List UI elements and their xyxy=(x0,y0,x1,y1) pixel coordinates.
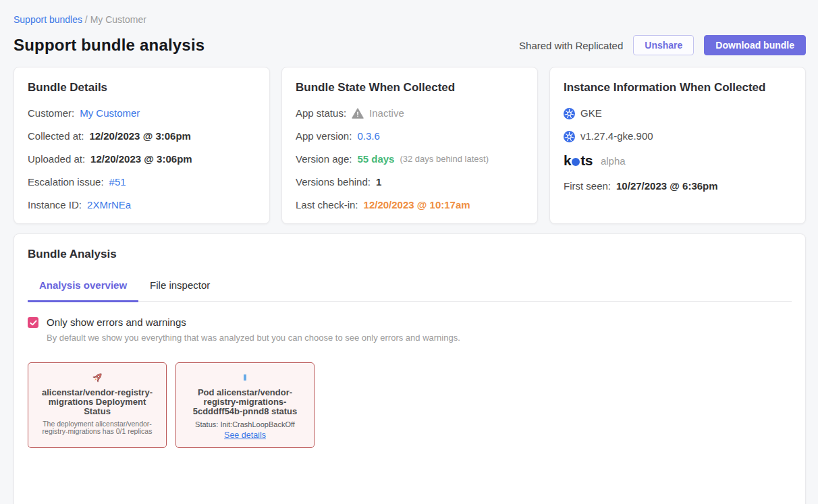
errors-filter-label[interactable]: Only show errors and warnings xyxy=(47,316,460,329)
bundle-details-title: Bundle Details xyxy=(28,81,256,94)
customer-link[interactable]: My Customer xyxy=(80,107,140,120)
last-checkin-label: Last check-in: xyxy=(296,198,358,212)
instance-id-label: Instance ID: xyxy=(28,198,82,212)
info-cards-row: Bundle Details Customer: My Customer Col… xyxy=(13,67,806,224)
uploaded-at-label: Uploaded at: xyxy=(28,152,85,166)
collected-at-label: Collected at: xyxy=(28,130,84,143)
errors-filter-row: Only show errors and warnings By default… xyxy=(28,316,792,343)
kots-version-row: kts alpha xyxy=(564,152,792,169)
deployment-result-title: alicenstar/vendor-registry-migrations De… xyxy=(37,388,157,416)
kubernetes-icon xyxy=(564,131,575,142)
bundle-details-card: Bundle Details Customer: My Customer Col… xyxy=(13,67,270,224)
support-bundle-analysis-page: Support bundles / My Customer Support bu… xyxy=(0,0,818,504)
versions-behind-value: 1 xyxy=(376,175,381,189)
instance-info-card: Instance Information When Collected GKE … xyxy=(549,67,806,224)
app-version-label: App version: xyxy=(296,130,352,143)
k8s-version-value: v1.27.4-gke.900 xyxy=(580,130,653,143)
see-details-link[interactable]: See details xyxy=(224,430,266,440)
escalation-issue-label: Escalation issue: xyxy=(28,175,104,189)
bundle-analysis-title: Bundle Analysis xyxy=(28,248,792,261)
warning-icon xyxy=(352,108,364,119)
distribution-row: GKE xyxy=(564,107,792,120)
app-version-link[interactable]: 0.3.6 xyxy=(357,130,379,143)
analysis-results: alicenstar/vendor-registry-migrations De… xyxy=(28,362,792,448)
download-bundle-button[interactable]: Download bundle xyxy=(704,35,806,55)
kubernetes-icon xyxy=(564,108,575,119)
pod-icon xyxy=(185,370,305,384)
collected-at-value: 12/20/2023 @ 3:06pm xyxy=(89,130,191,143)
instance-info-title: Instance Information When Collected xyxy=(564,81,792,94)
kots-logo-o-dot xyxy=(572,158,580,166)
deployment-result-message: The deployment alicenstar/vendor-registr… xyxy=(37,420,157,435)
unshare-button[interactable]: Unshare xyxy=(633,35,694,55)
page-header: Support bundle analysis Shared with Repl… xyxy=(13,35,806,55)
version-age-note: (32 days behind latest) xyxy=(400,152,489,166)
versions-behind-label: Versions behind: xyxy=(296,175,371,189)
app-status-row: App status: Inactive xyxy=(296,107,524,120)
k8s-version-row: v1.27.4-gke.900 xyxy=(564,130,792,143)
rocket-icon xyxy=(37,370,157,384)
customer-row: Customer: My Customer xyxy=(28,107,256,120)
distribution-value: GKE xyxy=(580,107,602,120)
tab-analysis-overview[interactable]: Analysis overview xyxy=(28,279,138,302)
collected-at-row: Collected at: 12/20/2023 @ 3:06pm xyxy=(28,130,256,143)
bundle-state-title: Bundle State When Collected xyxy=(296,81,524,94)
bundle-analysis-card: Bundle Analysis Analysis overview File i… xyxy=(13,233,806,504)
uploaded-at-row: Uploaded at: 12/20/2023 @ 3:06pm xyxy=(28,152,256,166)
instance-id-link[interactable]: 2XMrNEa xyxy=(87,198,131,212)
instance-id-row: Instance ID: 2XMrNEa xyxy=(28,198,256,212)
last-checkin-row: Last check-in: 12/20/2023 @ 10:17am xyxy=(296,198,524,212)
pod-result-status: Status: Init:CrashLoopBackOff xyxy=(185,420,305,428)
app-status-label: App status: xyxy=(296,107,346,120)
version-age-label: Version age: xyxy=(296,152,352,166)
shared-status-text: Shared with Replicated xyxy=(519,40,623,51)
pod-status-result-card[interactable]: Pod alicenstar/vendor-registry-migration… xyxy=(175,362,315,448)
app-version-row: App version: 0.3.6 xyxy=(296,130,524,143)
escalation-issue-row: Escalation issue: #51 xyxy=(28,175,256,189)
bundle-state-card: Bundle State When Collected App status: … xyxy=(281,67,538,224)
pod-result-title: Pod alicenstar/vendor-registry-migration… xyxy=(185,388,305,416)
breadcrumb-support-bundles-link[interactable]: Support bundles xyxy=(13,14,82,25)
errors-filter-description: By default we show you everything that w… xyxy=(47,333,460,343)
first-seen-label: First seen: xyxy=(564,179,611,193)
analysis-tabs: Analysis overview File inspector xyxy=(28,279,792,302)
version-age-value: 55 days xyxy=(357,152,394,166)
escalation-issue-link[interactable]: #51 xyxy=(109,175,126,189)
header-actions: Shared with Replicated Unshare Download … xyxy=(519,35,806,55)
first-seen-value: 10/27/2023 @ 6:36pm xyxy=(616,179,718,193)
kots-channel: alpha xyxy=(601,155,626,167)
only-errors-checkbox[interactable] xyxy=(28,317,38,328)
first-seen-row: First seen: 10/27/2023 @ 6:36pm xyxy=(564,179,792,193)
deployment-status-result-card[interactable]: alicenstar/vendor-registry-migrations De… xyxy=(28,362,167,448)
breadcrumb: Support bundles / My Customer xyxy=(13,0,806,25)
customer-label: Customer: xyxy=(28,107,74,120)
versions-behind-row: Versions behind: 1 xyxy=(296,175,524,189)
breadcrumb-separator: / xyxy=(85,14,90,25)
version-age-row: Version age: 55 days (32 days behind lat… xyxy=(296,152,524,166)
errors-filter-text: Only show errors and warnings By default… xyxy=(47,316,460,343)
uploaded-at-value: 12/20/2023 @ 3:06pm xyxy=(90,152,192,166)
page-title: Support bundle analysis xyxy=(13,36,204,55)
last-checkin-value: 12/20/2023 @ 10:17am xyxy=(364,198,470,212)
tab-file-inspector[interactable]: File inspector xyxy=(138,279,221,302)
breadcrumb-current: My Customer xyxy=(90,14,146,25)
kots-logo: kts xyxy=(564,152,593,169)
app-status-value: Inactive xyxy=(369,107,404,120)
